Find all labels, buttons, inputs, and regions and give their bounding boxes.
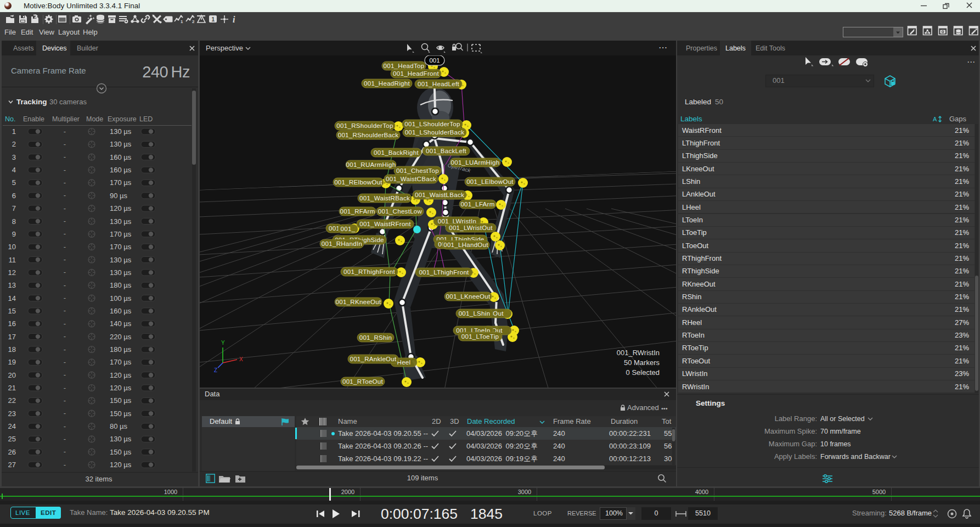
svg-text:-: -: [64, 178, 66, 187]
svg-text:-: -: [64, 461, 66, 469]
svg-text:001_RFArm: 001_RFArm: [340, 208, 375, 215]
svg-text:220 µs: 220 µs: [110, 333, 132, 341]
svg-text:001_RUArmHigh: 001_RUArmHigh: [346, 161, 396, 168]
svg-text:130 µs: 130 µs: [110, 127, 132, 136]
svg-text:8: 8: [12, 217, 16, 226]
svg-text:-: -: [64, 409, 66, 417]
svg-text:130 µs: 130 µs: [110, 217, 132, 226]
svg-text:170 µs: 170 µs: [110, 243, 132, 251]
svg-text:100 µs: 100 µs: [110, 294, 132, 302]
svg-text:160 µs: 160 µs: [110, 307, 132, 315]
svg-text:26: 26: [8, 448, 16, 456]
svg-text:25: 25: [8, 435, 16, 443]
svg-text:160 µs: 160 µs: [110, 153, 132, 161]
svg-text:2: 2: [12, 140, 16, 148]
svg-text:001_RToeOut: 001_RToeOut: [342, 378, 384, 385]
svg-text:Y: Y: [221, 340, 225, 346]
svg-text:50 Markers: 50 Markers: [624, 358, 660, 367]
svg-text:-: -: [64, 332, 66, 340]
svg-text:14: 14: [8, 294, 16, 302]
svg-text:001_LWristOut: 001_LWristOut: [449, 225, 493, 231]
svg-text:001_LShoulderTop: 001_LShoulderTop: [404, 121, 460, 127]
svg-text:A: A: [933, 116, 937, 122]
svg-text:1: 1: [212, 16, 215, 23]
svg-text:20: 20: [8, 371, 16, 379]
svg-text:2: 2: [192, 19, 195, 24]
svg-text:-: -: [64, 371, 66, 379]
svg-text:-: -: [64, 447, 66, 456]
svg-text:80 µs: 80 µs: [110, 422, 128, 430]
svg-text:-: -: [64, 384, 66, 392]
svg-text:27: 27: [8, 461, 16, 469]
svg-text:001_LThighFront: 001_LThighFront: [419, 269, 469, 276]
svg-text:23: 23: [8, 410, 16, 418]
svg-text:12: 12: [8, 268, 16, 277]
svg-text:130 µs: 130 µs: [110, 435, 132, 443]
svg-text:-: -: [64, 396, 66, 405]
svg-text:-: -: [64, 281, 66, 289]
svg-text:130 µs: 130 µs: [110, 140, 132, 148]
svg-text:-: -: [64, 243, 66, 251]
svg-text:001_RShin: 001_RShin: [359, 334, 392, 341]
svg-text:11: 11: [9, 256, 16, 264]
svg-text:001_ChestLow: 001_ChestLow: [378, 208, 423, 215]
svg-text:170 µs: 170 µs: [110, 230, 132, 238]
svg-text:9: 9: [12, 230, 16, 238]
svg-text:001_HeadRight: 001_HeadRight: [364, 80, 410, 87]
svg-text:160 µs: 160 µs: [110, 166, 132, 174]
svg-text:001: 001: [429, 57, 440, 64]
svg-text:-: -: [64, 422, 66, 430]
svg-text:10: 10: [8, 243, 16, 251]
svg-text:001_LShin: 001_LShin: [459, 310, 491, 317]
svg-text:180 µs: 180 µs: [110, 281, 132, 289]
svg-text:1: 1: [181, 19, 183, 24]
svg-text:150 µs: 150 µs: [110, 410, 132, 418]
svg-text:6: 6: [12, 192, 16, 200]
svg-text:1: 1: [12, 127, 16, 136]
svg-text:001_HeadTop: 001_HeadTop: [384, 63, 425, 69]
svg-text:001_WaistRBack: 001_WaistRBack: [359, 195, 410, 201]
svg-text:-: -: [64, 358, 66, 366]
svg-text:120 µs: 120 µs: [110, 204, 132, 212]
svg-text:22: 22: [8, 396, 16, 405]
svg-text:i: i: [233, 15, 235, 24]
svg-text:001_RThighFront: 001_RThighFront: [343, 268, 395, 275]
svg-text:-: -: [64, 435, 66, 443]
svg-text:-: -: [64, 268, 66, 276]
svg-text:120 µs: 120 µs: [110, 371, 132, 379]
svg-text:7: 7: [12, 204, 16, 212]
svg-text:001_WaistCBack: 001_WaistCBack: [386, 176, 436, 182]
svg-text:001_WaistLBack: 001_WaistLBack: [415, 192, 464, 198]
svg-text:001_LUArmHigh: 001_LUArmHigh: [451, 159, 500, 166]
svg-text:001_RShoulderTop: 001_RShoulderTop: [336, 122, 393, 129]
svg-text:13: 13: [8, 281, 16, 289]
svg-text:120 µs: 120 µs: [110, 461, 132, 469]
svg-text:001_RShoulderBack: 001_RShoulderBack: [338, 132, 399, 138]
svg-text:15: 15: [8, 307, 16, 315]
svg-text:170 µs: 170 µs: [110, 358, 132, 366]
svg-text:001_WaistRFront: 001_WaistRFront: [359, 221, 411, 227]
svg-text:5: 5: [12, 178, 16, 187]
svg-text:Out: Out: [493, 310, 504, 317]
svg-text:-: -: [64, 140, 66, 148]
svg-text:130 µs: 130 µs: [110, 256, 132, 264]
svg-text:-: -: [64, 255, 66, 264]
svg-text:Z: Z: [214, 367, 217, 373]
svg-text:001_LHandOut: 001_LHandOut: [443, 242, 488, 248]
svg-text:001_LKneeOut: 001_LKneeOut: [446, 293, 491, 300]
svg-text:16: 16: [8, 319, 16, 328]
svg-text:001_: 001_: [341, 226, 356, 232]
svg-text:-: -: [64, 191, 66, 199]
svg-text:001_LShoulderBack: 001_LShoulderBack: [405, 129, 465, 136]
svg-text:001_RElbowOut: 001_RElbowOut: [334, 179, 382, 186]
svg-text:120 µs: 120 µs: [110, 384, 132, 392]
svg-text:001_BackRight: 001_BackRight: [374, 149, 419, 156]
svg-text:150 µs: 150 µs: [110, 448, 132, 456]
svg-text:001_ChestTop: 001_ChestTop: [396, 167, 439, 174]
svg-text:001_RAnkleOut: 001_RAnkleOut: [350, 356, 397, 362]
svg-text:001_RWristIn: 001_RWristIn: [617, 349, 660, 357]
svg-text:001_RHandIn: 001_RHandIn: [322, 240, 362, 247]
svg-text:170 µs: 170 µs: [110, 178, 132, 187]
svg-text:001_LFArm: 001_LFArm: [460, 201, 494, 208]
svg-text:3: 3: [12, 153, 16, 161]
